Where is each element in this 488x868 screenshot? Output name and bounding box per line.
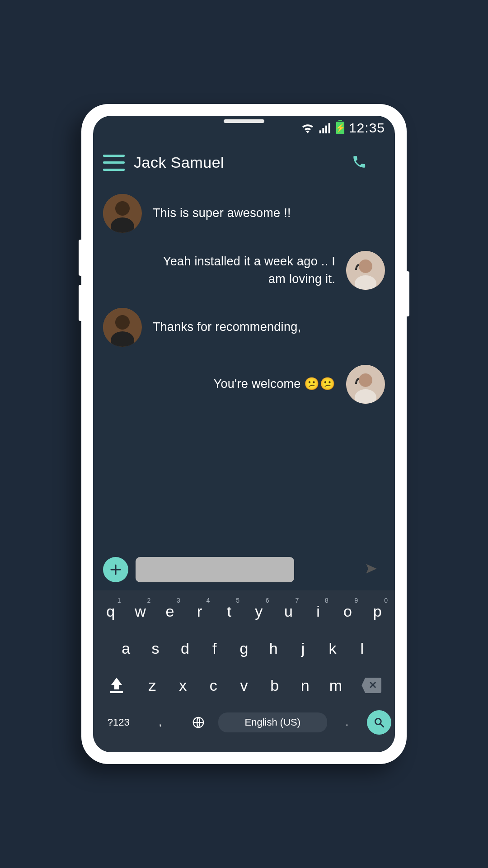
- message-list[interactable]: This is super awesome !! Yeah installed …: [93, 176, 395, 552]
- avatar-self[interactable]: [346, 251, 385, 290]
- svg-point-5: [115, 201, 130, 216]
- key-spacebar[interactable]: English (US): [218, 712, 327, 732]
- svg-point-14: [359, 373, 372, 387]
- key-l[interactable]: l: [348, 633, 376, 664]
- avatar-self[interactable]: [346, 365, 385, 404]
- svg-point-11: [115, 315, 130, 330]
- key-r[interactable]: r4: [186, 596, 214, 627]
- key-q[interactable]: q1: [97, 596, 125, 627]
- key-t[interactable]: t5: [215, 596, 243, 627]
- key-p[interactable]: p0: [363, 596, 391, 627]
- phone-frame: ⚡ 12:35 Jack Samuel This is super awesom…: [81, 104, 407, 764]
- volume-down-button[interactable]: [79, 285, 82, 321]
- key-y[interactable]: y6: [245, 596, 273, 627]
- volume-up-button[interactable]: [79, 240, 82, 276]
- power-button[interactable]: [406, 271, 409, 316]
- contact-name: Jack Samuel: [134, 154, 343, 171]
- phone-speaker: [224, 119, 264, 123]
- key-a[interactable]: a: [112, 633, 140, 664]
- avatar-contact[interactable]: [103, 308, 142, 347]
- send-button[interactable]: [364, 562, 379, 577]
- key-search[interactable]: [367, 710, 391, 735]
- svg-rect-0: [319, 130, 321, 133]
- add-attachment-button[interactable]: [103, 557, 128, 582]
- key-b[interactable]: b: [260, 670, 289, 701]
- key-o[interactable]: o9: [334, 596, 362, 627]
- key-j[interactable]: j: [289, 633, 317, 664]
- signal-icon: [319, 123, 332, 133]
- key-u[interactable]: u7: [275, 596, 303, 627]
- avatar-contact[interactable]: [103, 194, 142, 233]
- key-h[interactable]: h: [260, 633, 287, 664]
- key-v[interactable]: v: [230, 670, 258, 701]
- key-e[interactable]: e3: [156, 596, 184, 627]
- key-m[interactable]: m: [321, 670, 350, 701]
- message-text: This is super awesome !!: [153, 204, 291, 222]
- message-out: Yeah installed it a week ago .. I am lov…: [103, 251, 385, 290]
- key-i[interactable]: i8: [304, 596, 332, 627]
- message-text: Thanks for recommending,: [153, 318, 301, 336]
- key-x[interactable]: x: [169, 670, 197, 701]
- menu-button[interactable]: [103, 155, 125, 171]
- svg-rect-2: [325, 126, 327, 133]
- message-text: You're welcome 😕😕: [214, 375, 335, 393]
- message-input[interactable]: [136, 557, 294, 582]
- call-button[interactable]: [352, 154, 367, 171]
- svg-rect-3: [328, 123, 330, 133]
- svg-rect-1: [322, 128, 324, 133]
- message-in: This is super awesome !!: [103, 194, 385, 233]
- key-s[interactable]: s: [141, 633, 169, 664]
- key-n[interactable]: n: [291, 670, 319, 701]
- message-in: Thanks for recommending,: [103, 308, 385, 347]
- svg-point-8: [359, 259, 372, 273]
- key-comma[interactable]: ,: [142, 707, 178, 738]
- key-shift[interactable]: [97, 670, 136, 701]
- key-g[interactable]: g: [230, 633, 258, 664]
- message-text: Yeah installed it a week ago .. I am lov…: [145, 253, 335, 288]
- screen: ⚡ 12:35 Jack Samuel This is super awesom…: [93, 116, 395, 752]
- wifi-icon: [301, 123, 314, 133]
- key-f[interactable]: f: [201, 633, 228, 664]
- svg-line-18: [380, 724, 384, 727]
- key-language-globe[interactable]: [180, 707, 216, 738]
- key-symbols[interactable]: ?123: [97, 707, 140, 738]
- soft-keyboard: q1w2e3r4t5y6u7i8o9p0 asdfghjkl zxcvbnm ✕…: [93, 590, 395, 752]
- input-bar: [93, 552, 395, 590]
- key-period[interactable]: .: [329, 707, 365, 738]
- key-d[interactable]: d: [171, 633, 199, 664]
- battery-icon: ⚡: [336, 122, 344, 134]
- key-backspace[interactable]: ✕: [352, 670, 391, 701]
- message-out: You're welcome 😕😕: [103, 365, 385, 404]
- key-c[interactable]: c: [199, 670, 228, 701]
- key-w[interactable]: w2: [127, 596, 155, 627]
- key-k[interactable]: k: [319, 633, 346, 664]
- message-input-wrap: [136, 557, 385, 582]
- status-time: 12:35: [349, 120, 385, 136]
- key-z[interactable]: z: [138, 670, 167, 701]
- chat-header: Jack Samuel: [93, 140, 395, 176]
